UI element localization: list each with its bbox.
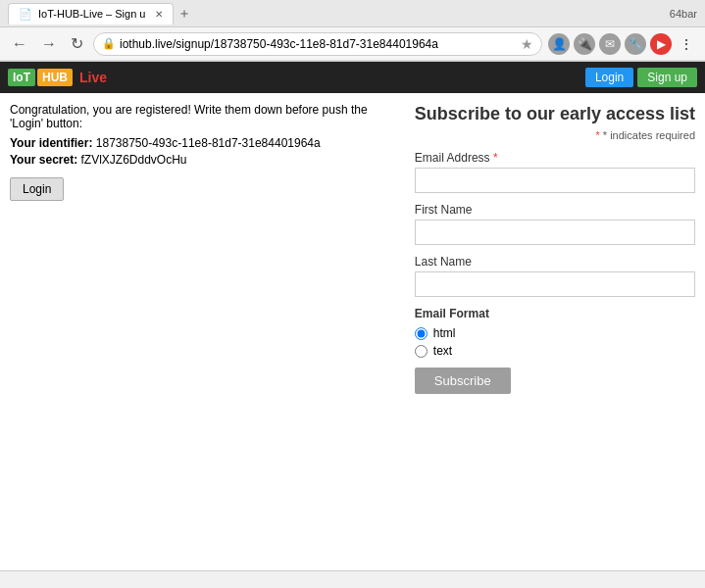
subscribe-title: Subscribe to our early access list — [415, 103, 695, 125]
extension-label: 64bar — [670, 8, 697, 20]
login-nav-button[interactable]: Login — [585, 68, 633, 87]
html-option[interactable]: html — [415, 326, 695, 340]
extension-icon2[interactable]: 🔧 — [625, 33, 646, 55]
brand-logo: IoT HUB Live — [8, 68, 112, 87]
new-tab-button[interactable]: ＋ — [177, 5, 191, 23]
tab-title: IoT-HUB-Live – Sign u — [38, 8, 145, 20]
main-content: Congratulation, you are registered! Writ… — [0, 93, 705, 404]
html-label: html — [433, 326, 456, 340]
address-input[interactable] — [120, 37, 517, 51]
app-header: IoT HUB Live Login Sign up — [0, 62, 705, 93]
secret-label: Your secret: — [10, 153, 77, 167]
browser-tab[interactable]: 📄 IoT-HUB-Live – Sign u ✕ — [8, 3, 174, 24]
email-field-group: Email Address * — [415, 151, 695, 193]
address-bar-container[interactable]: 🔒 ★ — [93, 32, 542, 56]
identifier-row: Your identifier: 18738750-493c-11e8-81d7… — [10, 136, 395, 150]
tab-close-icon[interactable]: ✕ — [155, 9, 163, 20]
reload-button[interactable]: ↻ — [67, 32, 87, 55]
required-star: * — [595, 129, 599, 141]
header-buttons: Login Sign up — [585, 68, 697, 87]
brand-live: Live — [75, 68, 112, 87]
subscribe-button[interactable]: Subscribe — [415, 368, 511, 394]
mail-icon[interactable]: ✉ — [599, 33, 621, 55]
text-label: text — [433, 344, 452, 358]
first-name-input[interactable] — [415, 220, 695, 245]
menu-icon[interactable]: ⋮ — [676, 33, 697, 55]
html-radio[interactable] — [415, 327, 428, 340]
signup-nav-button[interactable]: Sign up — [637, 68, 697, 87]
status-bar — [0, 570, 705, 588]
last-name-input[interactable] — [415, 271, 695, 297]
forward-button[interactable]: → — [37, 33, 61, 55]
profile-icon[interactable]: 👤 — [548, 33, 570, 55]
text-option[interactable]: text — [415, 344, 695, 358]
required-note-text: * indicates required — [603, 129, 695, 141]
secret-value: fZVlXJZ6DddvOcHu — [80, 153, 186, 167]
first-name-label: First Name — [415, 203, 695, 217]
bookmark-icon[interactable]: ★ — [521, 36, 533, 52]
toolbar-icons: 👤 🔌 ✉ 🔧 ▶ ⋮ — [548, 33, 697, 55]
lock-icon: 🔒 — [102, 37, 116, 50]
email-label: Email Address * — [415, 151, 695, 165]
email-format-group: html text — [415, 326, 695, 358]
browser-toolbar: ← → ↻ 🔒 ★ 👤 🔌 ✉ 🔧 ▶ ⋮ — [0, 27, 705, 61]
congrats-message: Congratulation, you are registered! Writ… — [10, 103, 395, 130]
cast-icon[interactable]: ▶ — [650, 33, 672, 55]
extension-icon1[interactable]: 🔌 — [574, 33, 595, 55]
email-input[interactable] — [415, 168, 695, 193]
title-bar: 📄 IoT-HUB-Live – Sign u ✕ ＋ 64bar — [0, 0, 705, 27]
text-radio[interactable] — [415, 345, 428, 358]
browser-chrome: 📄 IoT-HUB-Live – Sign u ✕ ＋ 64bar ← → ↻ … — [0, 0, 705, 62]
back-button[interactable]: ← — [8, 33, 31, 55]
brand-iot: IoT — [8, 69, 35, 86]
secret-row: Your secret: fZVlXJZ6DddvOcHu — [10, 153, 395, 167]
identifier-value: 18738750-493c-11e8-81d7-31e84401964a — [96, 136, 321, 150]
brand-hub: HUB — [37, 69, 73, 86]
tab-favicon: 📄 — [19, 8, 32, 21]
last-name-label: Last Name — [415, 255, 695, 269]
identifier-label: Your identifier: — [10, 136, 92, 150]
email-format-label: Email Format — [415, 307, 695, 320]
left-panel: Congratulation, you are registered! Writ… — [10, 103, 395, 394]
last-name-field-group: Last Name — [415, 255, 695, 297]
subscribe-panel: Subscribe to our early access list * * i… — [415, 103, 695, 394]
required-note: * * indicates required — [415, 129, 695, 141]
first-name-field-group: First Name — [415, 203, 695, 245]
login-button[interactable]: Login — [10, 177, 64, 201]
email-required-star: * — [493, 151, 498, 165]
